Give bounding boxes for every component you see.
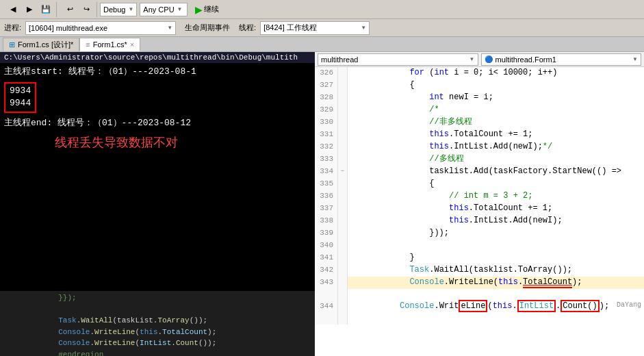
forward-button[interactable]: ▶ <box>22 2 37 17</box>
code-line-339: 339 })); <box>315 227 644 240</box>
lbc-line-6: #endregion <box>4 349 311 357</box>
lifecycle-label: 生命周期事件 <box>185 23 230 33</box>
code-line-344: 344 Console.WriteLine(this.IntList.Count… <box>315 289 644 325</box>
lifecycle-button[interactable]: 生命周期事件 <box>180 21 235 35</box>
debug-label: Debug <box>103 5 125 14</box>
cpu-dropdown[interactable]: Any CPU ▼ <box>140 3 188 16</box>
console-redbox: 9934 9944 <box>4 82 36 112</box>
namespace-dropdown[interactable]: multithread ▼ <box>318 53 478 66</box>
code-line-336: 336 // int m = 3 + 2; <box>315 190 644 203</box>
process-bar: 进程: [10604] multithread.exe ▼ 生命周期事件 线程:… <box>0 19 644 37</box>
continue-icon: ▶ <box>195 4 203 15</box>
lbc-line-1: }}); <box>4 292 311 304</box>
lbc-line-4: Console.WriteLine(this.TotalCount); <box>4 327 311 338</box>
console-numbers: 9934 9944 <box>4 82 311 112</box>
class-chevron: ▼ <box>632 56 638 62</box>
process-value: [10604] multithread.exe <box>29 24 107 32</box>
code-line-335: 335 { <box>315 178 644 190</box>
code-line-341: 341 } <box>315 252 644 264</box>
code-line-343: 343 Console.WriteLine(this.TotalCount); <box>315 277 644 289</box>
lbc-line-5: Console.WriteLine(IntList.Count()); <box>4 338 311 349</box>
tab-design-label: Form1.cs [设计]* <box>18 40 73 50</box>
console-line-9944: 9944 <box>10 97 31 110</box>
code-line-328: 328 int newI = i; <box>315 92 644 104</box>
main-content: C:\Users\Administrator\source\repos\mult… <box>0 52 644 356</box>
debug-chevron: ▼ <box>128 6 133 12</box>
left-bottom-code: }}); Task.WaitAll(taskList.ToArray()); C… <box>0 291 315 356</box>
tab-form1-design[interactable]: ⊞ Form1.cs [设计]* <box>3 38 79 51</box>
code-line-331: 331 this.TotalCount += 1; <box>315 129 644 141</box>
namespace-value: multithread <box>321 55 358 64</box>
class-icon: 🔵 <box>485 55 493 63</box>
thread-chevron: ▼ <box>361 25 366 31</box>
code-line-333: 333 //多线程 <box>315 153 644 166</box>
process-dropdown[interactable]: [10604] multithread.exe ▼ <box>25 21 176 35</box>
class-value: multithread.Form1 <box>495 55 556 64</box>
cpu-chevron: ▼ <box>177 6 183 12</box>
continue-label: 继续 <box>204 4 219 14</box>
code-area[interactable]: 326 for (int i = 0; i< 10000; i++) 327 {… <box>315 67 644 356</box>
top-toolbar: ◀ ▶ 💾 ↩ ↪ Debug ▼ Any CPU ▼ ▶ 继续 <box>0 0 644 19</box>
thread-dropdown[interactable]: [8424] 工作线程 ▼ <box>260 21 370 35</box>
console-line-end: 主线程end: 线程号：（01）---2023-08-12 <box>4 117 311 129</box>
cpu-label: Any CPU <box>143 5 174 14</box>
nav-buttons: ◀ ▶ 💾 <box>3 2 57 17</box>
tab-design-icon: ⊞ <box>9 40 15 49</box>
code-line-327: 327 { <box>315 79 644 92</box>
tab-cs-label: Form1.cs* <box>93 40 127 49</box>
editor-toolbar: multithread ▼ 🔵 multithread.Form1 ▼ <box>315 52 644 67</box>
red-message: 线程丢失导致数据不对 <box>55 134 178 151</box>
code-line-338: 338 this.IntList.Add(newI); <box>315 215 644 227</box>
code-line-326: 326 for (int i = 0; i< 10000; i++) <box>315 67 644 79</box>
code-line-330: 330 //非多线程 <box>315 116 644 129</box>
code-line-329: 329 /* <box>315 104 644 116</box>
class-dropdown[interactable]: 🔵 multithread.Form1 ▼ <box>481 53 642 66</box>
edit-buttons: ↩ ↪ <box>60 2 97 17</box>
console-body: 主线程start: 线程号：（01）---2023-08-1 9934 9944… <box>0 63 315 132</box>
thread-value: [8424] 工作线程 <box>263 23 317 33</box>
tab-close-btn[interactable]: × <box>130 40 134 49</box>
code-editor-panel: multithread ▼ 🔵 multithread.Form1 ▼ 326 … <box>315 52 644 356</box>
console-line-9934: 9934 <box>10 85 31 97</box>
thread-info: 线程: <box>239 23 256 33</box>
console-panel: C:\Users\Administrator\source\repos\mult… <box>0 52 315 356</box>
namespace-chevron: ▼ <box>469 56 475 62</box>
lbc-line-3: Task.WaitAll(taskList.ToArray()); <box>4 315 311 327</box>
thread-label: 线程: <box>239 23 256 33</box>
code-line-342: 342 Task.WaitAll(tasklist.ToArray()); <box>315 264 644 277</box>
debug-dropdown[interactable]: Debug ▼ <box>100 3 137 16</box>
redo-button[interactable]: ↪ <box>79 2 94 17</box>
tab-form1-cs[interactable]: ≡ Form1.cs* × <box>79 38 140 51</box>
lbc-line-2 <box>4 304 311 316</box>
console-title: C:\Users\Administrator\source\repos\mult… <box>0 52 315 63</box>
continue-button[interactable]: ▶ 继续 <box>190 3 224 16</box>
undo-button[interactable]: ↩ <box>62 2 77 17</box>
back-button[interactable]: ◀ <box>5 2 21 17</box>
code-line-332: 332 this.IntList.Add(newI);*/ <box>315 141 644 153</box>
code-line-337: 337 this.TotalCount += 1; <box>315 203 644 215</box>
console-line-1: 主线程start: 线程号：（01）---2023-08-1 <box>4 66 311 78</box>
process-label: 进程: <box>4 23 21 33</box>
code-line-340: 340 <box>315 240 644 252</box>
tab-bar: ⊞ Form1.cs [设计]* ≡ Form1.cs* × <box>0 37 644 52</box>
save-button[interactable]: 💾 <box>38 2 53 17</box>
process-chevron: ▼ <box>167 25 172 31</box>
code-line-334: 334 − tasklist.Add(taskFactory.StartNew(… <box>315 166 644 178</box>
tab-cs-icon: ≡ <box>86 40 90 49</box>
